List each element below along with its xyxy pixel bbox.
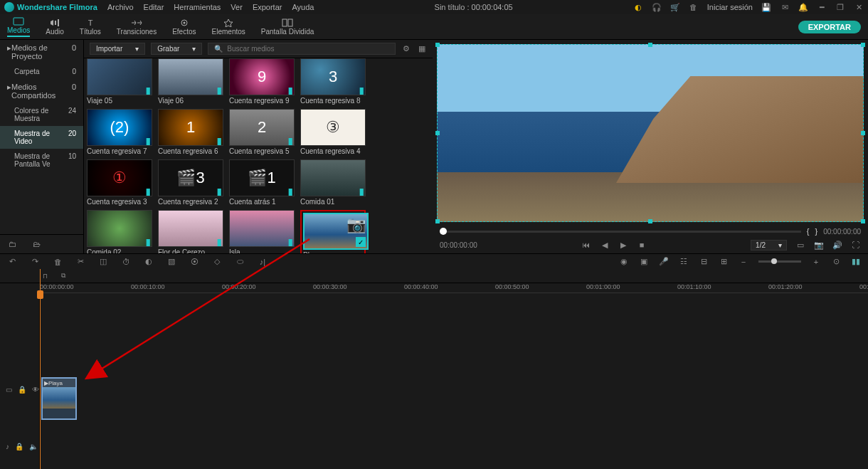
zoom-out-icon[interactable]: − <box>739 257 748 267</box>
tracking-icon[interactable]: ⦿ <box>189 257 199 267</box>
eye-icon[interactable]: 👁 <box>32 386 39 394</box>
timeline[interactable]: ⊓ ⧉ 00:00:00:0000:00:10:0000:00:20:0000:… <box>0 269 868 469</box>
tab-titles[interactable]: TTítulos <box>80 19 101 36</box>
cut-icon[interactable]: ✂ <box>75 257 85 267</box>
zoom-dropdown[interactable]: 1/2 ▾ <box>751 240 787 251</box>
download-icon[interactable]: ⬇ <box>142 135 150 144</box>
sidebar-item[interactable]: ▸ Medios Compartidos0 <box>0 79 83 103</box>
export-button[interactable]: EXPORTAR <box>798 21 861 33</box>
search-box[interactable]: 🔍 <box>208 43 396 55</box>
playhead[interactable] <box>40 269 41 469</box>
download-icon[interactable]: ⬇ <box>284 85 292 93</box>
toggle2-icon[interactable]: ⊞ <box>719 257 729 267</box>
video-track-icon[interactable]: ▭ <box>6 386 12 394</box>
panel-toggle-icon[interactable]: ▮▮ <box>851 257 861 267</box>
menu-file[interactable]: Archivo <box>107 3 134 11</box>
stop-icon[interactable]: ■ <box>637 240 647 250</box>
play-icon[interactable]: ▶ <box>618 240 628 250</box>
media-card[interactable]: ✓📷Playa <box>300 210 366 253</box>
media-card[interactable]: 2⬇Cuenta regresiva 5 <box>229 109 295 155</box>
minimize-icon[interactable]: ━ <box>817 2 827 12</box>
notify-icon[interactable]: 🔔 <box>798 2 808 12</box>
keyframe-icon[interactable]: ◇ <box>212 257 222 267</box>
download-icon[interactable]: ⬇ <box>142 186 150 194</box>
close-icon[interactable]: ✕ <box>854 2 864 12</box>
maximize-icon[interactable]: ❐ <box>835 2 845 12</box>
voiceover-icon[interactable]: 🎤 <box>659 257 669 267</box>
delete-icon[interactable]: 🗑 <box>53 257 63 267</box>
folder-icon[interactable]: 🗁 <box>31 239 41 249</box>
download-icon[interactable]: ⬇ <box>213 236 221 245</box>
mark-in-icon[interactable]: { <box>807 227 810 236</box>
link-icon[interactable]: ⧉ <box>58 271 68 281</box>
download-icon[interactable]: ⬇ <box>284 236 292 245</box>
ruler[interactable]: 00:00:00:0000:00:10:0000:00:20:0000:00:3… <box>40 283 868 293</box>
menu-help[interactable]: Ayuda <box>292 3 314 11</box>
audio-sep-icon[interactable]: ♪| <box>258 257 268 267</box>
mail-icon[interactable]: ✉ <box>780 2 790 12</box>
login-link[interactable]: Iniciar sesión <box>707 3 753 11</box>
crop-icon[interactable]: ◫ <box>98 257 108 267</box>
render-icon[interactable]: ▣ <box>639 257 649 267</box>
menu-edit[interactable]: Editar <box>144 3 164 11</box>
sidebar-item[interactable]: Muestra de Video20 <box>0 126 83 149</box>
menu-export[interactable]: Exportar <box>253 3 282 11</box>
sidebar-item[interactable]: Carpeta0 <box>0 64 83 79</box>
tab-effects[interactable]: Efectos <box>172 19 196 36</box>
media-card[interactable]: ⬇Isla <box>229 210 295 253</box>
grid-icon[interactable]: ▦ <box>417 44 427 54</box>
menu-view[interactable]: Ver <box>231 3 243 11</box>
tips-icon[interactable]: ◐ <box>633 2 643 12</box>
media-card[interactable]: ①⬇Cuenta regresiva 3 <box>87 159 152 206</box>
record-dropdown[interactable]: Grabar▾ <box>151 43 202 55</box>
zoom-fit-icon[interactable]: ⊙ <box>831 257 841 267</box>
tab-transitions[interactable]: Transiciones <box>117 19 157 36</box>
sidebar-item[interactable]: Colores de Muestra24 <box>0 103 83 126</box>
lock-icon[interactable]: 🔒 <box>18 386 26 394</box>
undo-icon[interactable]: ↶ <box>7 257 17 267</box>
media-card[interactable]: ⬇Comida 01 <box>300 159 366 206</box>
download-icon[interactable]: ⬇ <box>213 135 221 144</box>
snapshot-icon[interactable]: 📷 <box>814 240 824 250</box>
download-icon[interactable]: ⬇ <box>284 186 292 194</box>
marker-icon[interactable]: ◉ <box>619 257 629 267</box>
timeline-clip[interactable]: ▶ Playa <box>41 377 77 420</box>
media-card[interactable]: 🎬3⬇Cuenta regresiva 2 <box>158 159 223 206</box>
quality-icon[interactable]: ▭ <box>795 240 805 250</box>
download-icon[interactable]: ⬇ <box>142 236 150 245</box>
download-icon[interactable]: ⬇ <box>284 135 292 144</box>
zoom-in-icon[interactable]: + <box>811 257 821 267</box>
search-input[interactable] <box>227 45 389 53</box>
play-back-icon[interactable]: ◀ <box>600 240 610 250</box>
media-card[interactable]: ③Cuenta regresiva 4 <box>300 109 366 155</box>
scrubber[interactable] <box>440 231 801 233</box>
mask-icon[interactable]: ⬭ <box>235 257 245 267</box>
media-card[interactable]: (2)⬇Cuenta regresiva 7 <box>87 109 152 155</box>
zoom-slider[interactable] <box>758 260 801 263</box>
headset-icon[interactable]: 🎧 <box>652 2 662 12</box>
download-icon[interactable]: ⬇ <box>213 186 221 194</box>
tab-elements[interactable]: Elementos <box>212 19 245 36</box>
sidebar-item[interactable]: Muestra de Pantalla Ve10 <box>0 149 83 172</box>
lock2-icon[interactable]: 🔒 <box>15 443 23 450</box>
media-card[interactable]: ⬇Comida 02 <box>87 210 152 253</box>
tab-media[interactable]: Medios <box>7 17 30 37</box>
toggle1-icon[interactable]: ⊟ <box>699 257 709 267</box>
download-icon[interactable]: ⬇ <box>355 85 364 93</box>
mark-out-icon[interactable]: } <box>815 227 817 236</box>
menu-tools[interactable]: Herramientas <box>174 3 221 11</box>
redo-icon[interactable]: ↷ <box>30 257 40 267</box>
audio-track-icon[interactable]: ♪ <box>6 443 9 450</box>
selection-border[interactable] <box>437 44 864 222</box>
greenscreen-icon[interactable]: ▧ <box>166 257 176 267</box>
download-icon[interactable]: ⬇ <box>355 186 364 194</box>
download-icon[interactable]: ⬇ <box>213 85 221 93</box>
new-folder-icon[interactable]: 🗀 <box>7 239 17 249</box>
tab-split[interactable]: Pantalla Dividida <box>261 19 314 36</box>
save-icon[interactable]: 💾 <box>761 2 771 12</box>
media-card[interactable]: 🎬1⬇Cuenta atrás 1 <box>229 159 295 206</box>
trash-icon[interactable]: 🗑 <box>689 2 699 12</box>
download-icon[interactable]: ⬇ <box>142 85 150 93</box>
media-card[interactable]: 9⬇Cuenta regresiva 9 <box>229 58 295 105</box>
filter-icon[interactable]: ⚙ <box>401 44 411 54</box>
